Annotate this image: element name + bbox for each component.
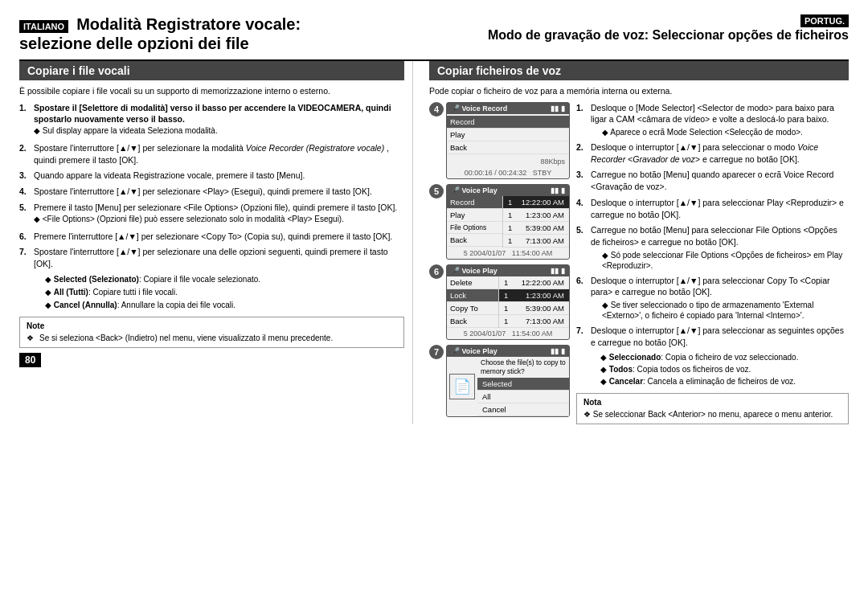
step-content-6: Premere l'interruttore [▲/▼] per selezio… — [34, 231, 404, 243]
bullet-7c: Cancel (Annulla): Annullare la copia dei… — [45, 300, 404, 310]
step-num-7: 7. — [19, 246, 31, 269]
screen4-record: Record — [447, 116, 569, 129]
right-step-num-2: 2. — [576, 141, 588, 165]
left-step-7: 7. Spostare l'interruttore [▲/▼] per sel… — [19, 246, 404, 269]
nota-box: Nota Se seleccionar Back <Anterior> no m… — [576, 393, 849, 424]
screen4-step-num: 4 — [429, 102, 444, 117]
portug-badge: PORTUG. — [800, 14, 849, 27]
right-bullet-5: Só pode seleccionar File Options <Opções… — [602, 250, 849, 271]
screen7: 🎤 Voice Play ▮▮ ▮ 📄 Choose the file(s) t… — [446, 345, 570, 417]
step-num-1: 1. — [19, 102, 31, 138]
right-step-4: 4. Desloque o interruptor [▲/▼] para sel… — [576, 197, 849, 220]
step-num-5: 5. — [19, 202, 31, 227]
step-content-2: Spostare l'interruttore [▲/▼] per selezi… — [34, 142, 404, 166]
left-intro: È possibile copiare i file vocali su un … — [19, 85, 404, 97]
step-num-2: 2. — [19, 142, 31, 166]
bullet-1: Sul display appare la videata Seleziona … — [34, 125, 404, 136]
right-step-5: 5. Carregue no botão [Menu] para selecci… — [576, 224, 849, 270]
right-content-area: 4 🎤 Voice Record ▮▮ ▮ Record Play Back — [429, 102, 849, 425]
screen4-time: 00:00:16 / 00:24:32 STBY — [447, 167, 569, 178]
title-it-1: Modalità Registratore vocale: — [76, 14, 301, 34]
nota-item: Se seleccionar Back <Anterior> no menu, … — [583, 409, 841, 420]
left-step-6: 6. Premere l'interruttore [▲/▼] per sele… — [19, 231, 404, 243]
screen5-step-num: 5 — [429, 184, 444, 199]
screen5-file-options: File Options — [447, 222, 502, 234]
screen4-row: 4 🎤 Voice Record ▮▮ ▮ Record Play Back — [429, 102, 570, 181]
right-step-7: 7. Desloque o interruptor [▲/▼] para sel… — [576, 325, 849, 348]
screen5-file3: 15:39:00 AM — [503, 222, 569, 235]
screen7-header: 🎤 Voice Play ▮▮ ▮ — [447, 346, 569, 357]
right-text-column: 1. Desloque o [Mode Selector] <Selector … — [576, 102, 849, 425]
note-title: Note — [27, 321, 397, 330]
page-number-badge: 80 — [19, 348, 404, 367]
screen7-selected: Selected — [477, 378, 569, 391]
header-right: PORTUG. Modo de gravação de voz: Selecci… — [434, 14, 849, 43]
right-intro: Pode copiar o ficheiro de voz para a mem… — [429, 85, 849, 97]
title-it-2: selezione delle opzioni dei file — [19, 34, 434, 53]
screen6-back: Back — [447, 315, 498, 328]
screen7-question: Choose the file(s) to copy to memory sti… — [477, 357, 569, 378]
nota-title: Nota — [583, 398, 841, 407]
right-step-3: 3. Carregue no botão [Menu] quando apare… — [576, 169, 849, 192]
screen6: 🎤 Voice Play ▮▮ ▮ Delete Lock Copy To Ba… — [446, 264, 570, 340]
screen7-mic: 🎤 Voice Play — [451, 347, 497, 355]
right-bullet-7c: Cancelar: Cancela a eliminação de fichei… — [600, 376, 849, 387]
right-section-header: Copiar ficheiros de voz — [429, 61, 849, 80]
right-step-content-6: Desloque o interruptor [▲/▼] para selecc… — [591, 275, 849, 321]
screen6-mic: 🎤 Voice Play — [451, 267, 497, 275]
right-step-1: 1. Desloque o [Mode Selector] <Selector … — [576, 102, 849, 137]
screens-column: 4 🎤 Voice Record ▮▮ ▮ Record Play Back — [429, 102, 570, 425]
screen5-files: 112:22:00 AM 11:23:00 AM 15:39:00 AM 17:… — [503, 196, 569, 248]
screen5-back: Back — [447, 234, 502, 247]
step-content-4: Spostare l'interruttore [▲/▼] per selezi… — [34, 186, 404, 198]
screen4: 🎤 Voice Record ▮▮ ▮ Record Play Back 88K… — [446, 102, 570, 179]
left-bullets-7: Selected (Selezionato): Copiare il file … — [32, 274, 404, 310]
page-num: 80 — [19, 353, 41, 367]
right-step-num-5: 5. — [576, 224, 588, 270]
left-step-1: 1. Spostare il [Selettore di modalità] v… — [19, 102, 404, 138]
screen7-row: 7 🎤 Voice Play ▮▮ ▮ 📄 — [429, 345, 570, 419]
note-box: Note Se si seleziona <Back> (Indietro) n… — [19, 317, 404, 348]
right-bullet-6: Se tiver seleccionado o tipo de armazena… — [602, 300, 849, 321]
screen5-play: Play — [447, 209, 502, 222]
screen7-copy-icon: 📄 — [449, 374, 475, 399]
left-step-2: 2. Spostare l'interruttore [▲/▼] per sel… — [19, 142, 404, 166]
screen7-battery: ▮▮ ▮ — [551, 347, 565, 355]
right-step-6: 6. Desloque o interruptor [▲/▼] para sel… — [576, 275, 849, 321]
screen5-mic: 🎤 Voice Play — [451, 186, 497, 194]
step-num-6: 6. — [19, 231, 31, 243]
bullet-5: <File Options> (Opzioni file) può essere… — [34, 214, 404, 224]
page: ITALIANO Modalità Registratore vocale: s… — [0, 0, 868, 614]
right-step-content-4: Desloque o interruptor [▲/▼] para selecc… — [591, 197, 849, 220]
screen7-step-num: 7 — [429, 345, 444, 359]
note-item: Se si seleziona <Back> (Indietro) nel me… — [27, 333, 397, 343]
step-num-3: 3. — [19, 170, 31, 182]
left-steps: 1. Spostare il [Selettore di modalità] v… — [19, 102, 404, 270]
screen4-battery: ▮▮ ▮ — [551, 104, 565, 113]
col-right: Copiar ficheiros de voz Pode copiar o fi… — [429, 61, 849, 424]
left-step-4: 4. Spostare l'interruttore [▲/▼] per sel… — [19, 186, 404, 198]
italiano-badge: ITALIANO — [19, 20, 68, 33]
screen4-mic: 🎤 Voice Record — [451, 104, 507, 113]
right-bullets-7: Seleccionado: Copia o ficheiro de voz se… — [589, 352, 849, 387]
title-pt-1: Modo de gravação de voz: Seleccionar opç… — [434, 27, 849, 43]
screen6-file4: 17:13:00 AM — [499, 315, 569, 328]
left-step-3: 3. Quando appare la videata Registrazion… — [19, 170, 404, 182]
screen6-body: Delete Lock Copy To Back 112:22:00 AM 11… — [447, 276, 569, 328]
screen5-battery: ▮▮ ▮ — [551, 186, 565, 194]
screen5-body: Record Play File Options Back 112:22:00 … — [447, 196, 569, 248]
screen6-menu: Delete Lock Copy To Back — [447, 276, 499, 328]
right-step-num-4: 4. — [576, 197, 588, 220]
step-content-3: Quando appare la videata Registrazione v… — [34, 170, 404, 182]
right-step-num-1: 1. — [576, 102, 588, 137]
right-step-content-1: Desloque o [Mode Selector] <Selector de … — [591, 102, 849, 137]
bullet-7a: Selected (Selezionato): Copiare il file … — [45, 274, 404, 284]
screen5-file2: 11:23:00 AM — [503, 209, 569, 222]
screen4-back: Back — [447, 141, 569, 154]
screen5-file1: 112:22:00 AM — [503, 196, 569, 209]
screen5-row: 5 🎤 Voice Play ▮▮ ▮ Record Play File O — [429, 184, 570, 261]
right-step-num-6: 6. — [576, 275, 588, 321]
screen5-footer: 5 2004/01/07 11:54:00 AM — [447, 248, 569, 259]
step-content-7: Spostare l'interruttore [▲/▼] per selezi… — [34, 246, 404, 269]
right-step-content-7: Desloque o interruptor [▲/▼] para selecc… — [591, 325, 849, 348]
